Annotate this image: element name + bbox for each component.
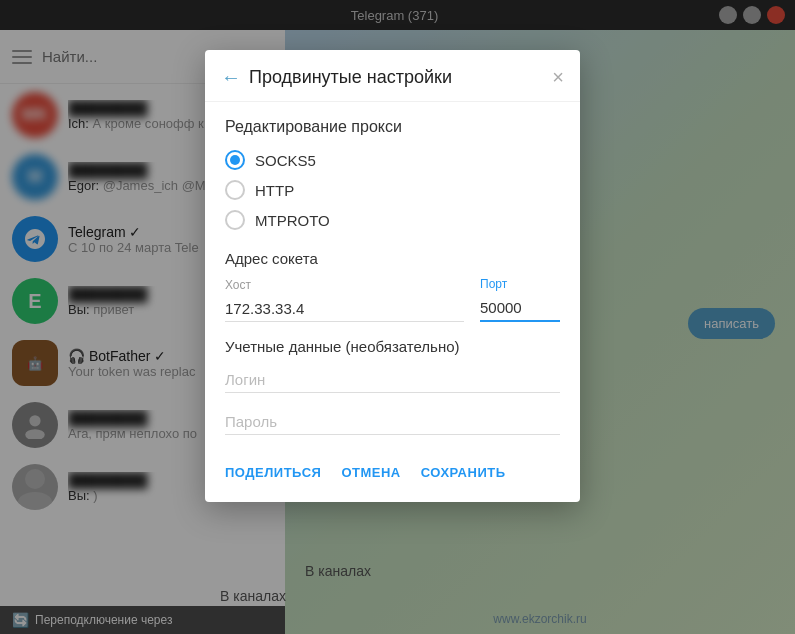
address-fields: Хост Порт	[225, 277, 560, 322]
radio-socks5-label: SOCKS5	[255, 152, 316, 169]
password-field	[225, 409, 560, 435]
dialog-body: Редактирование прокси SOCKS5 HTTP MTPROT…	[205, 102, 580, 435]
back-icon: ←	[221, 66, 241, 89]
host-input[interactable]	[225, 296, 464, 322]
port-label: Порт	[480, 277, 560, 291]
share-button[interactable]: ПОДЕЛИТЬСЯ	[225, 459, 321, 486]
save-button[interactable]: СОХРАНИТЬ	[421, 459, 506, 486]
dialog: ← Продвинутые настройки × Редактирование…	[205, 50, 580, 502]
radio-socks5	[225, 150, 245, 170]
dialog-actions: ПОДЕЛИТЬСЯ ОТМЕНА СОХРАНИТЬ	[205, 451, 580, 486]
radio-mtproto	[225, 210, 245, 230]
credentials-section: Учетные данные (необязательно)	[225, 338, 560, 435]
password-input[interactable]	[225, 409, 560, 435]
address-section: Адрес сокета Хост Порт	[225, 250, 560, 322]
proxy-option-socks5[interactable]: SOCKS5	[225, 150, 560, 170]
login-field	[225, 367, 560, 393]
port-input[interactable]	[480, 295, 560, 322]
close-dialog-button[interactable]: ×	[552, 66, 564, 89]
dialog-header: ← Продвинутые настройки ×	[205, 50, 580, 102]
login-input[interactable]	[225, 367, 560, 393]
radio-http	[225, 180, 245, 200]
proxy-option-http[interactable]: HTTP	[225, 180, 560, 200]
proxy-type-group: SOCKS5 HTTP MTPROTO	[225, 150, 560, 230]
credentials-title: Учетные данные (необязательно)	[225, 338, 560, 355]
back-button[interactable]: ←	[221, 66, 241, 89]
cancel-button[interactable]: ОТМЕНА	[341, 459, 400, 486]
close-icon: ×	[552, 66, 564, 89]
dialog-title: Продвинутые настройки	[249, 67, 544, 88]
proxy-option-mtproto[interactable]: MTPROTO	[225, 210, 560, 230]
section-title: Редактирование прокси	[225, 118, 560, 136]
host-label: Хост	[225, 278, 464, 292]
host-field-group: Хост	[225, 278, 464, 322]
radio-mtproto-label: MTPROTO	[255, 212, 330, 229]
address-title: Адрес сокета	[225, 250, 560, 267]
port-field-group: Порт	[480, 277, 560, 322]
radio-http-label: HTTP	[255, 182, 294, 199]
